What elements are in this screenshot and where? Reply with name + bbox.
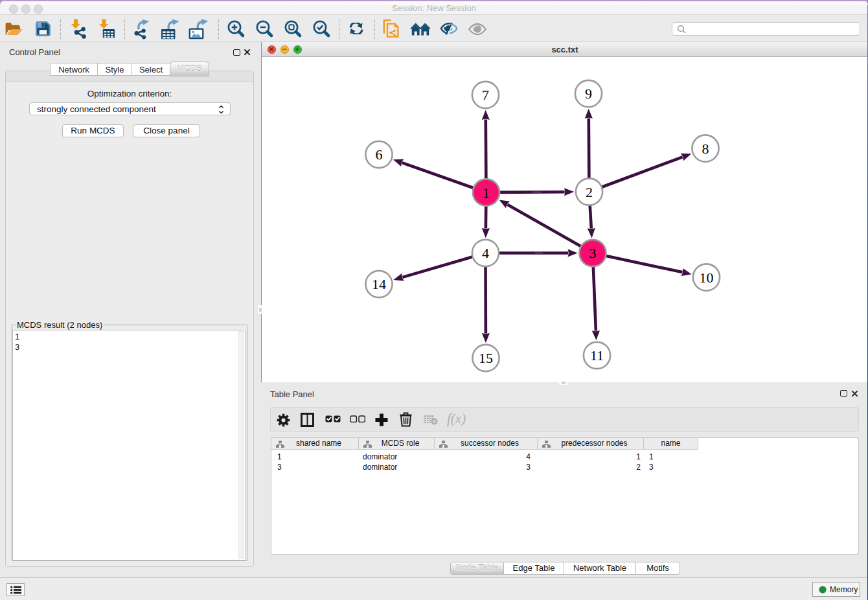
svg-text:3: 3 bbox=[589, 245, 597, 261]
svg-text:15: 15 bbox=[479, 350, 493, 366]
svg-text:8: 8 bbox=[702, 141, 709, 157]
svg-text:14: 14 bbox=[372, 276, 386, 292]
svg-text:10: 10 bbox=[700, 270, 714, 286]
svg-text:2: 2 bbox=[586, 184, 593, 200]
svg-text:9: 9 bbox=[585, 86, 592, 102]
svg-text:4: 4 bbox=[482, 245, 489, 261]
svg-text:7: 7 bbox=[482, 87, 489, 103]
svg-text:11: 11 bbox=[590, 347, 604, 363]
svg-text:1: 1 bbox=[483, 185, 490, 201]
svg-text:6: 6 bbox=[376, 146, 383, 163]
